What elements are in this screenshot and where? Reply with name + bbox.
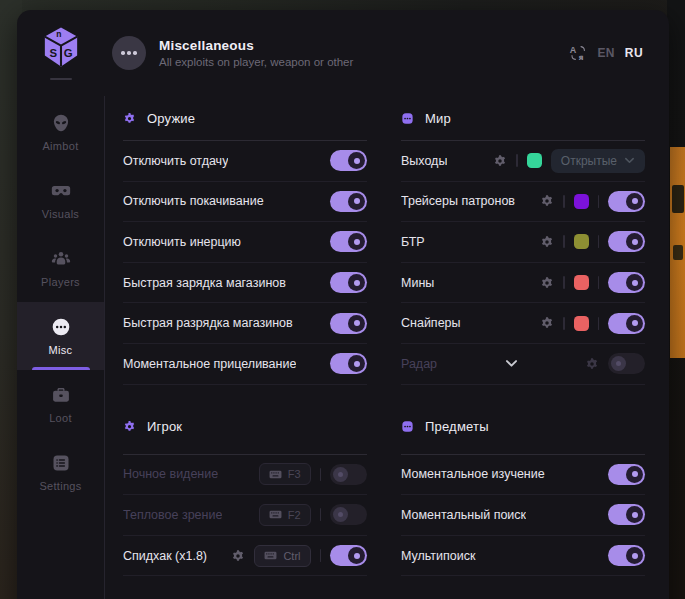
- keybind-badge[interactable]: Ctrl: [254, 545, 310, 567]
- color-swatch[interactable]: [574, 275, 589, 290]
- dropdown-select[interactable]: Открытые: [551, 149, 645, 173]
- row-label: Мины: [401, 276, 434, 290]
- row-label: Отключить отдачу: [123, 154, 228, 168]
- row-controls: [330, 231, 367, 252]
- toggle-switch[interactable]: [330, 313, 367, 334]
- gear-icon: [123, 112, 136, 125]
- row-label: БТР: [401, 235, 425, 249]
- toggle-switch[interactable]: [608, 504, 645, 525]
- header-texts: Miscellaneous All exploits on player, we…: [159, 38, 353, 68]
- toggle-switch[interactable]: [608, 231, 645, 252]
- row-label: Отключить инерцию: [123, 235, 241, 249]
- sidebar-item-loot[interactable]: Loot: [17, 370, 104, 438]
- toggle-switch[interactable]: [330, 545, 367, 566]
- row-player-2: Спидхак (x1.8)Ctrl: [123, 536, 367, 577]
- section-world: МирВыходыОткрытыеТрейсеры патроновБТРМин…: [401, 96, 645, 385]
- row-controls: [330, 353, 367, 374]
- toggle-knob: [626, 315, 643, 332]
- game-background-sign: [670, 147, 685, 358]
- sidebar-item-players[interactable]: Players: [17, 234, 104, 302]
- content-column-right: МирВыходыОткрытыеТрейсеры патроновБТРМин…: [401, 96, 645, 576]
- row-controls: [540, 272, 645, 293]
- gear-icon[interactable]: [585, 357, 599, 371]
- control-divider: [598, 195, 600, 208]
- players-icon: [51, 249, 71, 269]
- page-subtitle: All exploits on player, weapon or other: [159, 56, 353, 68]
- toggle-knob: [348, 152, 365, 169]
- toggle-knob: [333, 467, 348, 482]
- keybind-badge[interactable]: F2: [259, 504, 311, 526]
- gear-icon[interactable]: [540, 276, 554, 290]
- toggle-switch[interactable]: [608, 545, 645, 566]
- row-controls: [540, 231, 645, 252]
- keybind-badge[interactable]: F3: [259, 463, 311, 485]
- row-controls: Ctrl: [231, 545, 367, 567]
- dots-square-icon: [401, 420, 414, 433]
- row-label: Выходы: [401, 154, 447, 168]
- color-swatch[interactable]: [527, 153, 542, 168]
- control-divider: [563, 235, 565, 248]
- toggle-switch[interactable]: [330, 504, 367, 525]
- control-divider: [563, 195, 565, 208]
- control-divider: [598, 317, 600, 330]
- gear-icon[interactable]: [540, 194, 554, 208]
- dots-square-icon: [401, 112, 414, 125]
- page-title: Miscellaneous: [159, 38, 353, 53]
- gear-icon[interactable]: [493, 154, 507, 168]
- row-world-2: БТР: [401, 222, 645, 263]
- sidebar-item-settings[interactable]: Settings: [17, 438, 104, 506]
- row-weapon-3: Быстрая зарядка магазинов: [123, 263, 367, 304]
- dropdown-value: Открытые: [561, 154, 617, 168]
- keybind-label: F3: [288, 468, 301, 480]
- toggle-switch[interactable]: [608, 464, 645, 485]
- color-swatch[interactable]: [574, 194, 589, 209]
- sidebar-item-misc[interactable]: Misc: [17, 302, 104, 370]
- toggle-switch[interactable]: [608, 313, 645, 334]
- alien-icon: [51, 113, 71, 133]
- lang-ru-button[interactable]: RU: [625, 46, 643, 60]
- header: Miscellaneous All exploits on player, we…: [104, 10, 669, 96]
- svg-text:S: S: [49, 47, 57, 59]
- vr-goggles-icon: [51, 181, 71, 201]
- control-divider: [563, 317, 565, 330]
- toggle-knob: [333, 507, 348, 522]
- content: ОружиеОтключить отдачуОтключить покачива…: [104, 96, 669, 599]
- toggle-switch[interactable]: [330, 231, 367, 252]
- keyboard-icon: [264, 551, 277, 560]
- sidebar-item-aimbot[interactable]: Aimbot: [17, 98, 104, 166]
- toggle-switch[interactable]: [608, 272, 645, 293]
- color-swatch[interactable]: [574, 316, 589, 331]
- toggle-switch[interactable]: [608, 191, 645, 212]
- row-controls: Открытые: [493, 149, 645, 173]
- lang-en-button[interactable]: EN: [597, 46, 614, 60]
- toggle-switch[interactable]: [330, 272, 367, 293]
- row-label: Мультипоиск: [401, 549, 476, 563]
- keybind-label: Ctrl: [283, 550, 300, 562]
- row-items-2: Мультипоиск: [401, 536, 645, 577]
- toggle-switch[interactable]: [330, 353, 367, 374]
- toggle-switch[interactable]: [330, 191, 367, 212]
- svg-text:я: я: [579, 53, 584, 62]
- row-weapon-2: Отключить инерцию: [123, 222, 367, 263]
- row-label: Радар: [401, 357, 437, 371]
- screen: S G n Miscellaneous All exploits on play…: [0, 0, 685, 599]
- color-swatch[interactable]: [574, 234, 589, 249]
- gear-icon[interactable]: [540, 235, 554, 249]
- section-header-weapon: Оружие: [123, 96, 367, 141]
- gear-icon[interactable]: [540, 316, 554, 330]
- toggle-switch[interactable]: [330, 464, 367, 485]
- svg-text:A: A: [570, 45, 577, 55]
- sidebar-item-label: Settings: [39, 480, 81, 492]
- toggle-switch[interactable]: [608, 353, 645, 374]
- chevron-down-icon: [624, 157, 635, 164]
- row-controls: F2: [259, 504, 367, 526]
- svg-text:G: G: [63, 47, 72, 59]
- toggle-switch[interactable]: [330, 150, 367, 171]
- row-player-0: Ночное видениеF3: [123, 455, 367, 496]
- ellipsis-circle-icon: [112, 36, 146, 70]
- translate-icon: A я: [569, 44, 587, 62]
- gear-icon[interactable]: [231, 549, 245, 563]
- control-divider: [563, 276, 565, 289]
- sidebar-item-visuals[interactable]: Visuals: [17, 166, 104, 234]
- chevron-down-icon[interactable]: [505, 359, 518, 368]
